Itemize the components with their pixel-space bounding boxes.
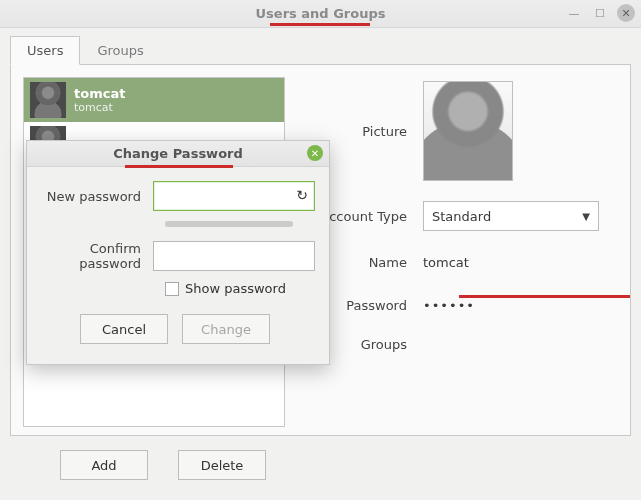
delete-button[interactable]: Delete xyxy=(178,450,266,480)
tab-users[interactable]: Users xyxy=(10,36,80,65)
tabs: Users Groups xyxy=(10,36,631,65)
label-account-type: Account Type xyxy=(317,209,423,224)
dialog-title: Change Password xyxy=(113,146,243,161)
maximize-icon[interactable]: ☐ xyxy=(591,4,609,22)
new-password-input[interactable]: ↻ xyxy=(153,181,315,211)
label-new-password: New password xyxy=(35,189,153,204)
confirm-password-input[interactable] xyxy=(153,241,315,271)
generate-password-icon[interactable]: ↻ xyxy=(296,187,308,203)
list-item[interactable]: tomcat tomcat xyxy=(24,78,284,122)
avatar-icon xyxy=(30,82,66,118)
cancel-button[interactable]: Cancel xyxy=(80,314,168,344)
show-password-checkbox[interactable] xyxy=(165,282,179,296)
annotation-underline xyxy=(270,23,370,26)
show-password-label: Show password xyxy=(185,281,286,296)
label-confirm-password: Confirm password xyxy=(35,241,153,271)
change-password-dialog: Change Password ✕ New password ↻ Confirm… xyxy=(26,140,330,365)
window-controls: — ☐ ✕ xyxy=(565,4,635,22)
user-name: tomcat xyxy=(74,86,125,101)
close-icon[interactable]: ✕ xyxy=(617,4,635,22)
annotation-underline xyxy=(125,165,233,168)
window-title: Users and Groups xyxy=(256,6,386,21)
label-name: Name xyxy=(317,255,423,270)
label-picture: Picture xyxy=(317,124,423,139)
minimize-icon[interactable]: — xyxy=(565,4,583,22)
chevron-down-icon: ▼ xyxy=(582,211,590,222)
footer-buttons: Add Delete xyxy=(60,450,631,480)
user-detail: Picture Account Type Standard ▼ Name tom… xyxy=(297,65,630,435)
tab-groups[interactable]: Groups xyxy=(80,36,160,65)
annotation-underline xyxy=(459,295,630,298)
new-password-field[interactable] xyxy=(154,182,314,210)
dialog-titlebar: Change Password ✕ xyxy=(27,141,329,167)
user-portrait[interactable] xyxy=(423,81,513,181)
close-icon[interactable]: ✕ xyxy=(307,145,323,161)
label-password: Password xyxy=(317,298,423,313)
label-groups: Groups xyxy=(317,337,423,352)
add-button[interactable]: Add xyxy=(60,450,148,480)
confirm-password-field[interactable] xyxy=(154,242,314,270)
user-sub: tomcat xyxy=(74,101,125,114)
account-type-value: Standard xyxy=(432,209,491,224)
password-strength-meter xyxy=(165,221,293,227)
change-button[interactable]: Change xyxy=(182,314,270,344)
name-value[interactable]: tomcat xyxy=(423,251,469,274)
account-type-select[interactable]: Standard ▼ xyxy=(423,201,599,231)
